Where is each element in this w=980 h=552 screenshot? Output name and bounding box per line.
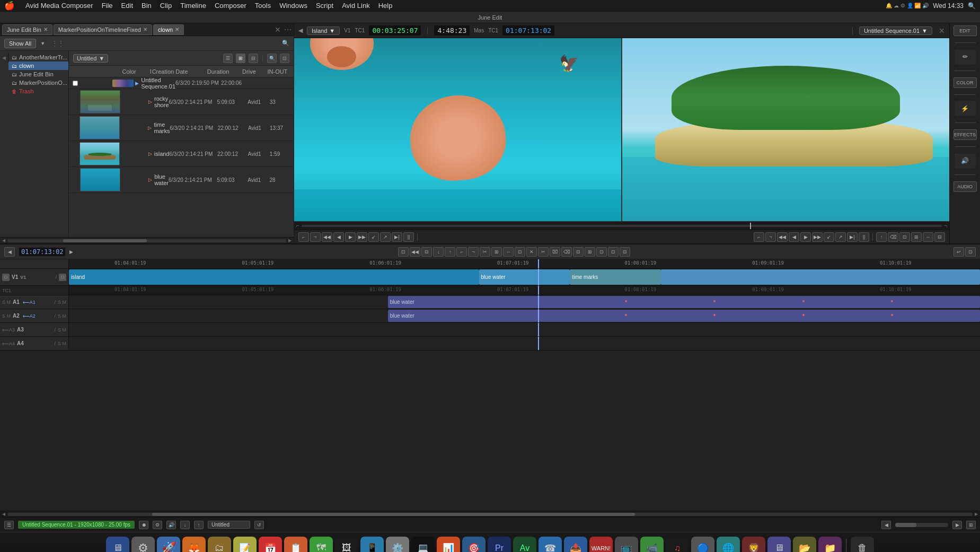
v1-lock-icon[interactable]: /	[55, 275, 57, 280]
mark-in-btn[interactable]: ⌐	[298, 232, 309, 242]
audio-btn[interactable]: AUDIO	[953, 181, 977, 192]
dock-premiere[interactable]: Pr	[488, 537, 511, 553]
dock-reminders[interactable]: 📋	[284, 537, 307, 553]
tl-btn-3[interactable]: ⊟	[421, 247, 432, 257]
menu-file[interactable]: File	[102, 2, 113, 10]
col-header-drive[interactable]: Drive	[241, 68, 266, 75]
scrub-bar[interactable]	[302, 225, 942, 227]
dock-trash[interactable]: 🗑	[851, 537, 874, 553]
timeline-scrollbar[interactable]: ◀ ▶	[0, 511, 980, 517]
dock-browser2[interactable]: 🦁	[742, 537, 765, 553]
sidebar-item-clown[interactable]: 🗂 clown	[8, 62, 68, 70]
search-icon-bin[interactable]: 🔍	[282, 40, 289, 47]
menu-help[interactable]: Help	[378, 2, 393, 10]
splice-btn[interactable]: ⊡	[899, 232, 910, 242]
dock-powerpoint[interactable]: 📊	[437, 537, 460, 553]
tl-collapse-btn[interactable]: ⊡	[965, 247, 976, 257]
in-point-icon[interactable]: ⌐	[296, 223, 299, 229]
menu-tools[interactable]: Tools	[255, 2, 271, 10]
table-row[interactable]: ▶ Untitled Sequence.01 6/3/20 2:19:50 PM…	[69, 77, 294, 89]
tl-btn-16[interactable]: ⊟	[573, 247, 584, 257]
edit-btn[interactable]: EDIT	[953, 25, 977, 36]
tl-scroll-left-icon[interactable]: ◀	[2, 512, 5, 516]
menu-script[interactable]: Script	[316, 2, 333, 10]
lift-btn[interactable]: ↑	[876, 232, 887, 242]
rewind-rec-btn[interactable]: ◀◀	[777, 232, 788, 242]
record-viewer[interactable]	[621, 38, 949, 221]
source-dropdown[interactable]: Island ▼	[307, 27, 340, 35]
tl-btn-2[interactable]: ◀◀	[410, 247, 420, 257]
tl-btn-19[interactable]: ⊡	[608, 247, 619, 257]
go-in-btn[interactable]: ↙	[368, 232, 379, 242]
dock-screen[interactable]: 📺	[615, 537, 638, 553]
apple-menu[interactable]: 🍎	[4, 1, 15, 11]
tl-btn-1[interactable]: ⊡	[398, 247, 409, 257]
col-header-inout[interactable]: IN-OUT	[267, 68, 292, 75]
col-header-date[interactable]: Creation Date	[151, 68, 206, 75]
dock-notes[interactable]: 📝	[233, 537, 257, 553]
mark-out-rec-btn[interactable]: ¬	[765, 232, 776, 242]
tl-btn-13[interactable]: ✂	[538, 247, 549, 257]
menu-avid[interactable]: Avid Media Composer	[25, 2, 93, 10]
view-frame-btn[interactable]: ⊞	[236, 54, 245, 63]
dock-display2[interactable]: 🖥	[767, 537, 791, 553]
tl-btn-14[interactable]: ⌧	[550, 247, 560, 257]
replace-btn[interactable]: ↔	[923, 232, 933, 242]
dock-launchpad[interactable]: 🚀	[157, 537, 180, 553]
close-panel-icon[interactable]: ✕	[275, 25, 281, 34]
dock-settings[interactable]: ⚙️	[386, 537, 409, 553]
dock-music[interactable]: ♫	[666, 537, 689, 553]
dock-maps[interactable]: 🗺	[310, 537, 333, 553]
go-out-btn[interactable]: ↗	[380, 232, 391, 242]
go-in-rec-btn[interactable]: ↙	[824, 232, 834, 242]
tl-btn-9[interactable]: ⊞	[491, 247, 502, 257]
dock-sysinfo[interactable]: ⚙	[131, 537, 155, 553]
play-in-out-btn[interactable]: ▶|	[392, 232, 402, 242]
bin-view-dropdown[interactable]: Untitled ▼	[73, 54, 108, 63]
tab-marker-position[interactable]: MarkerPositionOnTimelineFixed ✕	[54, 24, 152, 35]
tl-btn-11[interactable]: ⊡	[515, 247, 525, 257]
scroll-left-icon[interactable]: ◀	[2, 238, 5, 243]
dock-dropbox[interactable]: 📤	[564, 537, 587, 553]
a4-mute-icon[interactable]: /	[54, 341, 56, 346]
play-rec-btn[interactable]: ▶	[800, 232, 811, 242]
dock-mediacomposer[interactable]: Av	[513, 537, 536, 553]
mark-out-btn[interactable]: ¬	[310, 232, 321, 242]
pencil-icon[interactable]: ✏	[955, 49, 976, 64]
a1-content[interactable]: blue water	[69, 295, 980, 309]
v1-monitor[interactable]: □	[59, 274, 66, 281]
a2-content[interactable]: blue water	[69, 309, 980, 322]
pause-rec-btn[interactable]: ||	[859, 232, 869, 242]
table-row[interactable]: ▷ rocky shore 6/3/20 2:14:21 PM 5:09:03 …	[69, 89, 294, 115]
dock-appstore[interactable]: 📱	[360, 537, 384, 553]
dock-browser[interactable]: 🌐	[717, 537, 740, 553]
scroll-right-icon[interactable]: ▶	[288, 238, 292, 243]
v1-track-content[interactable]: island blue water time marks	[69, 269, 980, 285]
status-name-input[interactable]: Untitled	[208, 521, 250, 529]
go-out-rec-btn[interactable]: ↗	[835, 232, 846, 242]
wand-icon[interactable]: ⚡	[955, 101, 976, 116]
tl-btn-20[interactable]: ⊟	[620, 247, 630, 257]
dock-zoom[interactable]: ☎	[538, 537, 562, 553]
search-btn[interactable]: 🔍	[267, 54, 277, 63]
clip-blue-water[interactable]: blue water	[479, 269, 570, 285]
step-back-btn[interactable]: ◀	[333, 232, 344, 242]
play-btn-src[interactable]: ▶	[345, 232, 356, 242]
extract-btn[interactable]: ⌫	[888, 232, 898, 242]
sidebar-item-marker-position[interactable]: 🗂 MarkerPositionO...	[8, 78, 68, 87]
view-text-btn[interactable]: ☰	[223, 54, 233, 63]
close-icon-june-edit[interactable]: ✕	[43, 27, 48, 32]
expand-panel-icon[interactable]: ⋯	[284, 25, 292, 34]
dock-finder[interactable]: 🖥	[106, 537, 129, 553]
status-audio-btn[interactable]: 🔊	[166, 521, 176, 529]
tl-btn-10[interactable]: ↔	[503, 247, 514, 257]
audio-clip-a1[interactable]: blue water	[388, 296, 980, 308]
show-all-dropdown-icon[interactable]: ▼	[40, 41, 45, 46]
menu-timeline[interactable]: Timeline	[180, 2, 206, 10]
mark-in-rec-btn[interactable]: ⌐	[754, 232, 764, 242]
table-row[interactable]: ▷ blue water 6/3/20 2:14:21 PM 5:09:03 A…	[69, 167, 294, 193]
effects-btn[interactable]: EFFECTS	[953, 129, 977, 140]
dock-folder2[interactable]: 📁	[818, 537, 842, 553]
sidebar-item-trash[interactable]: 🗑 Trash	[8, 87, 68, 95]
audio-clip-a2[interactable]: blue water	[388, 310, 980, 322]
